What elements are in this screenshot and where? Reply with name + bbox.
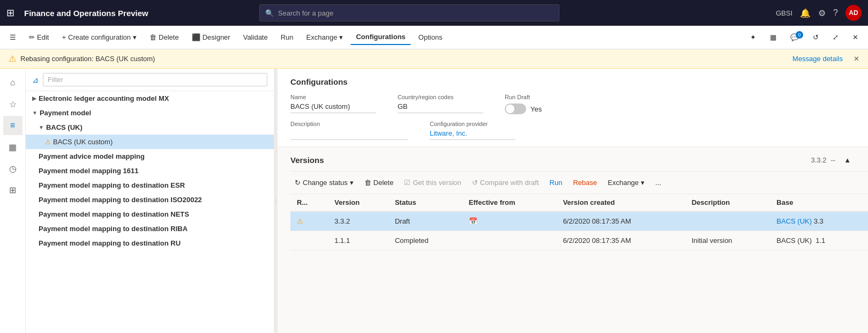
toggle-container: Yes xyxy=(505,103,590,114)
version-nav-up[interactable]: ▲ xyxy=(840,153,855,167)
rebase-button[interactable]: Rebase xyxy=(568,176,601,189)
tree-panel: ⊿ ▶ Electronic ledger accounting model M… xyxy=(26,69,274,333)
run-draft-toggle[interactable] xyxy=(505,103,526,114)
banner-close-icon[interactable]: ✕ xyxy=(854,55,859,63)
configurations-tab[interactable]: Configurations xyxy=(350,29,410,45)
sync-icon: ↻ xyxy=(295,179,301,187)
tree-item-label: Electronic ledger accounting model MX xyxy=(39,94,169,102)
sidebar-star-icon[interactable]: ☆ xyxy=(3,94,23,114)
notification-badge-button[interactable]: 💬 0 xyxy=(785,30,804,45)
row-warning-icon: ⚠ xyxy=(297,217,303,225)
search-input[interactable] xyxy=(278,9,553,17)
name-label: Name xyxy=(290,94,376,100)
sparkle-button[interactable]: ✦ xyxy=(745,30,761,45)
message-details-link[interactable]: Message details xyxy=(792,55,843,63)
col-base: Base xyxy=(770,194,868,211)
filter-input[interactable] xyxy=(43,73,267,86)
trash-icon: 🗑 xyxy=(149,33,156,41)
versions-delete-button[interactable]: 🗑 Delete xyxy=(360,176,398,189)
sidebar-home-icon[interactable]: ⌂ xyxy=(3,73,23,92)
chevron-down-icon: ▾ xyxy=(133,33,137,41)
name-value: BACS (UK custom) xyxy=(290,101,376,113)
tree-item-mapping-nets[interactable]: Payment model mapping to destination NET… xyxy=(26,207,274,221)
sidebar-clock-icon[interactable]: ◷ xyxy=(3,159,23,178)
columns-button[interactable]: ▦ xyxy=(765,30,782,45)
col-effective: Effective from xyxy=(462,194,557,211)
get-this-version-button[interactable]: ☑ Get this version xyxy=(400,176,465,189)
bell-icon[interactable]: 🔔 xyxy=(800,8,811,18)
config-fields: Name BACS (UK custom) Country/region cod… xyxy=(290,94,855,114)
tree-item-mapping-iso20022[interactable]: Payment model mapping to destination ISO… xyxy=(26,193,274,207)
change-status-button[interactable]: ↻ Change status ▾ xyxy=(290,176,358,189)
versions-table-wrapper: R... Version Status Effective from Versi… xyxy=(290,194,868,333)
base-link[interactable]: BACS (UK) xyxy=(776,217,812,225)
exchange-chevron-icon: ▾ xyxy=(641,179,645,187)
chevron-down-icon: ▼ xyxy=(39,124,44,130)
provider-label: Configuration provider xyxy=(430,121,515,127)
sidebar-list-icon[interactable]: ≡ xyxy=(3,116,23,135)
tree-item-mapping-riba[interactable]: Payment model mapping to destination RIB… xyxy=(26,221,274,236)
chevron-right-icon: ▶ xyxy=(32,95,36,101)
chevron-down-icon: ▼ xyxy=(32,110,38,116)
row-version: 3.3.2 xyxy=(328,211,388,231)
get-version-icon: ☑ xyxy=(404,179,410,187)
command-bar: ☰ ✏ Edit + Create configuration ▾ 🗑 Dele… xyxy=(0,26,868,49)
tree-item-payment-model[interactable]: ▼ Payment model xyxy=(26,106,274,120)
avatar[interactable]: AD xyxy=(845,5,862,21)
edit-button[interactable]: ✏ Edit xyxy=(24,30,54,45)
description-field: Description xyxy=(290,121,408,140)
table-row[interactable]: ⚠ 3.3.2 Draft 📅 6/2/2020 08:17:35 AM BAC… xyxy=(290,211,868,231)
gear-icon[interactable]: ⚙ xyxy=(818,8,826,18)
tree-item-bacs-uk-custom[interactable]: ⚠ BACS (UK custom) xyxy=(26,135,274,149)
tree-item-mapping-ru[interactable]: Payment model mapping to destination RU xyxy=(26,236,274,250)
tree-item-electronic-ledger[interactable]: ▶ Electronic ledger accounting model MX xyxy=(26,91,274,106)
sidebar-table-icon[interactable]: ⊞ xyxy=(3,180,23,199)
description-value xyxy=(290,128,408,140)
refresh-button[interactable]: ↺ xyxy=(807,30,824,45)
search-box: 🔍 xyxy=(259,4,559,21)
provider-value[interactable]: Litware, Inc. xyxy=(430,128,515,140)
row-created: 6/2/2020 08:17:35 AM xyxy=(557,211,685,231)
grid-icon[interactable]: ⊞ xyxy=(6,7,14,19)
more-options-button[interactable]: ... xyxy=(651,176,665,189)
help-icon[interactable]: ? xyxy=(833,8,838,18)
designer-button[interactable]: ⬛ Designer xyxy=(186,30,236,45)
create-config-button[interactable]: + Create configuration ▾ xyxy=(56,30,142,45)
tree-item-payment-advice[interactable]: Payment advice model mapping xyxy=(26,149,274,164)
provider-field: Configuration provider Litware, Inc. xyxy=(430,121,515,140)
close-button[interactable]: ✕ xyxy=(847,30,864,45)
validate-button[interactable]: Validate xyxy=(238,30,273,45)
row-base: BACS (UK) 1.1 xyxy=(770,231,868,250)
tree-item-label: BACS (UK) xyxy=(46,123,83,131)
table-row[interactable]: 1.1.1 Completed 6/2/2020 08:17:35 AM Ini… xyxy=(290,231,868,250)
tree-item-bacs-uk[interactable]: ▼ BACS (UK) xyxy=(26,120,274,135)
tree-item-mapping-esr[interactable]: Payment model mapping to destination ESR xyxy=(26,178,274,193)
run-button[interactable]: Run xyxy=(275,30,299,45)
designer-icon: ⬛ xyxy=(192,33,200,41)
exchange-button[interactable]: Exchange ▾ xyxy=(301,30,349,45)
tree-item-payment-mapping-1611[interactable]: Payment model mapping 1611 xyxy=(26,164,274,178)
menu-button[interactable]: ☰ xyxy=(4,30,21,45)
popout-button[interactable]: ⤢ xyxy=(827,30,844,45)
row-description xyxy=(685,211,770,231)
row-status: Draft xyxy=(388,211,462,231)
options-button[interactable]: Options xyxy=(413,30,448,45)
calendar-icon[interactable]: 📅 xyxy=(469,217,477,225)
region-label: GBSI xyxy=(776,9,792,17)
tree-item-label: Payment model xyxy=(40,109,91,117)
app-title: Finance and Operations Preview xyxy=(24,9,148,18)
version-separator: -- xyxy=(830,156,835,164)
row-description: Initial version xyxy=(685,231,770,250)
compare-with-draft-button[interactable]: ↺ Compare with draft xyxy=(468,176,543,189)
versions-exchange-button[interactable]: Exchange ▾ xyxy=(603,176,649,189)
tree-item-label: Payment advice model mapping xyxy=(39,152,145,160)
row-status: Completed xyxy=(388,231,462,250)
versions-run-button[interactable]: Run xyxy=(545,176,567,189)
row-version: 1.1.1 xyxy=(328,231,388,250)
delete-button[interactable]: 🗑 Delete xyxy=(144,30,184,45)
tree-item-label: BACS (UK custom) xyxy=(53,138,113,146)
sidebar-grid-icon[interactable]: ▦ xyxy=(3,137,23,157)
row-effective: 📅 xyxy=(462,211,557,231)
versions-nav: 3.3.2 -- ▲ xyxy=(811,153,855,167)
country-label: Country/region codes xyxy=(398,94,483,100)
